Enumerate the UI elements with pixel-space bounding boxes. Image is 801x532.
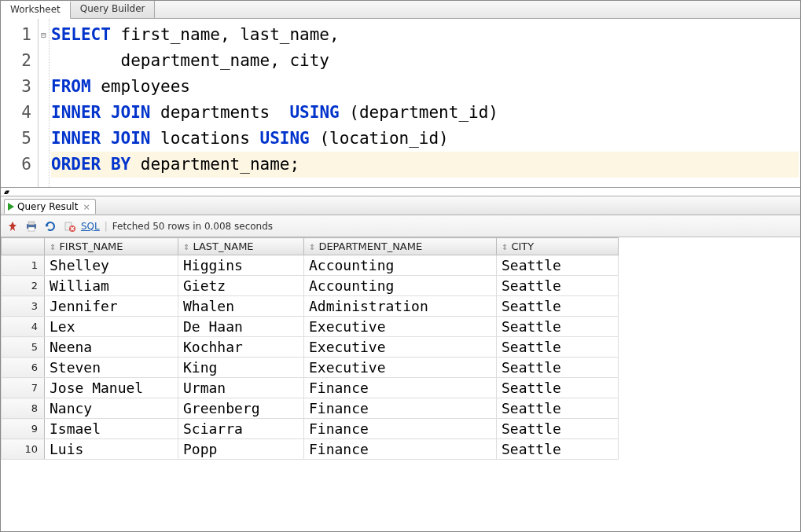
- row-number: 6: [2, 358, 45, 378]
- rownum-header[interactable]: [2, 238, 45, 255]
- cell[interactable]: Administration: [304, 296, 497, 317]
- table-row[interactable]: 8NancyGreenbergFinanceSeattle: [2, 398, 619, 419]
- refresh-icon[interactable]: [43, 219, 57, 233]
- table-row[interactable]: 9IsmaelSciarraFinanceSeattle: [2, 419, 619, 439]
- line-gutter: 123456: [1, 19, 39, 187]
- cell[interactable]: Seattle: [497, 439, 619, 460]
- cell[interactable]: Finance: [304, 439, 497, 460]
- cell[interactable]: Whalen: [178, 296, 304, 317]
- cell[interactable]: Nancy: [45, 398, 178, 419]
- cell[interactable]: Executive: [304, 358, 497, 378]
- row-number: 3: [2, 296, 45, 317]
- column-label: CITY: [511, 240, 534, 252]
- column-header[interactable]: ⇕CITY: [497, 238, 619, 255]
- cell[interactable]: Ismael: [45, 419, 178, 439]
- fold-column[interactable]: ⊟: [39, 19, 50, 187]
- results-table: ⇕FIRST_NAME⇕LAST_NAME⇕DEPARTMENT_NAME⇕CI…: [1, 237, 619, 460]
- table-row[interactable]: 4LexDe HaanExecutiveSeattle: [2, 317, 619, 337]
- cell[interactable]: Accounting: [304, 255, 497, 276]
- keyword: JOIN: [111, 103, 151, 122]
- splitter[interactable]: ▴▾: [1, 188, 800, 196]
- cell[interactable]: Greenberg: [178, 398, 304, 419]
- tab-query-result[interactable]: Query Result ×: [4, 199, 96, 214]
- cell[interactable]: Popp: [178, 439, 304, 460]
- table-row[interactable]: 10LuisPoppFinanceSeattle: [2, 439, 619, 460]
- cell[interactable]: Jose Manuel: [45, 378, 178, 398]
- fold-toggle-icon[interactable]: ⊟: [39, 22, 49, 48]
- cell[interactable]: Sciarra: [178, 419, 304, 439]
- cell[interactable]: Lex: [45, 317, 178, 337]
- sql-link[interactable]: SQL: [81, 221, 100, 232]
- delete-icon[interactable]: [62, 219, 76, 233]
- code-text: [101, 155, 111, 174]
- column-label: FIRST_NAME: [59, 240, 123, 252]
- code-line[interactable]: ORDER BY department_name;: [51, 152, 799, 178]
- cell[interactable]: Seattle: [497, 255, 619, 276]
- code-text: employees: [91, 77, 190, 96]
- code-line[interactable]: INNER JOIN departments USING (department…: [51, 100, 799, 126]
- results-grid[interactable]: ⇕FIRST_NAME⇕LAST_NAME⇕DEPARTMENT_NAME⇕CI…: [1, 237, 800, 460]
- cell[interactable]: Seattle: [497, 317, 619, 337]
- code-area[interactable]: SELECT first_name, last_name, department…: [50, 19, 800, 187]
- column-header[interactable]: ⇕DEPARTMENT_NAME: [304, 238, 497, 255]
- run-icon: [8, 203, 14, 211]
- column-header[interactable]: ⇕LAST_NAME: [178, 238, 304, 255]
- cell[interactable]: Neena: [45, 337, 178, 358]
- code-text: departments: [150, 103, 289, 122]
- cell[interactable]: Seattle: [497, 378, 619, 398]
- line-number: 4: [1, 100, 31, 126]
- code-line[interactable]: department_name, city: [51, 48, 799, 74]
- tab-worksheet[interactable]: Worksheet: [1, 2, 71, 19]
- print-icon[interactable]: [24, 219, 39, 233]
- cell[interactable]: Seattle: [497, 296, 619, 317]
- cell[interactable]: Jennifer: [45, 296, 178, 317]
- cell[interactable]: Accounting: [304, 276, 497, 296]
- code-line[interactable]: INNER JOIN locations USING (location_id): [51, 126, 799, 152]
- sql-editor[interactable]: 123456 ⊟ SELECT first_name, last_name, d…: [1, 19, 800, 188]
- cell[interactable]: William: [45, 276, 178, 296]
- column-label: DEPARTMENT_NAME: [318, 240, 422, 252]
- fold-spacer: [39, 126, 49, 152]
- cell[interactable]: Seattle: [497, 419, 619, 439]
- table-row[interactable]: 6StevenKingExecutiveSeattle: [2, 358, 619, 378]
- cell[interactable]: Finance: [304, 419, 497, 439]
- result-tabs: Query Result ×: [1, 196, 800, 215]
- row-number: 1: [2, 255, 45, 276]
- code-line[interactable]: SELECT first_name, last_name,: [51, 22, 799, 48]
- cell[interactable]: Seattle: [497, 358, 619, 378]
- cell[interactable]: Finance: [304, 378, 497, 398]
- cell[interactable]: Luis: [45, 439, 178, 460]
- column-label: LAST_NAME: [193, 240, 253, 252]
- code-text: (location_id): [310, 129, 449, 148]
- table-row[interactable]: 2WilliamGietzAccountingSeattle: [2, 276, 619, 296]
- cell[interactable]: Gietz: [178, 276, 304, 296]
- cell[interactable]: Seattle: [497, 276, 619, 296]
- cell[interactable]: Executive: [304, 337, 497, 358]
- cell[interactable]: Finance: [304, 398, 497, 419]
- tab-query-builder[interactable]: Query Builder: [71, 1, 156, 18]
- cell[interactable]: Higgins: [178, 255, 304, 276]
- close-icon[interactable]: ×: [83, 202, 90, 212]
- table-row[interactable]: 7Jose ManuelUrmanFinanceSeattle: [2, 378, 619, 398]
- result-toolbar: SQL | Fetched 50 rows in 0.008 seconds: [1, 215, 800, 237]
- cell[interactable]: Seattle: [497, 398, 619, 419]
- cell[interactable]: Urman: [178, 378, 304, 398]
- code-text: [101, 103, 111, 122]
- column-header[interactable]: ⇕FIRST_NAME: [45, 238, 178, 255]
- cell[interactable]: Steven: [45, 358, 178, 378]
- code-text: first_name, last_name,: [111, 25, 340, 44]
- pin-icon[interactable]: [6, 219, 20, 233]
- cell[interactable]: Shelley: [45, 255, 178, 276]
- table-row[interactable]: 3JenniferWhalenAdministrationSeattle: [2, 296, 619, 317]
- splitter-handle-icon: ▴▾: [4, 188, 8, 196]
- row-number: 7: [2, 378, 45, 398]
- cell[interactable]: King: [178, 358, 304, 378]
- cell[interactable]: Kochhar: [178, 337, 304, 358]
- cell[interactable]: Executive: [304, 317, 497, 337]
- code-text: [101, 129, 111, 148]
- code-line[interactable]: FROM employees: [51, 74, 799, 100]
- cell[interactable]: Seattle: [497, 337, 619, 358]
- cell[interactable]: De Haan: [178, 317, 304, 337]
- table-row[interactable]: 1ShelleyHigginsAccountingSeattle: [2, 255, 619, 276]
- table-row[interactable]: 5NeenaKochharExecutiveSeattle: [2, 337, 619, 358]
